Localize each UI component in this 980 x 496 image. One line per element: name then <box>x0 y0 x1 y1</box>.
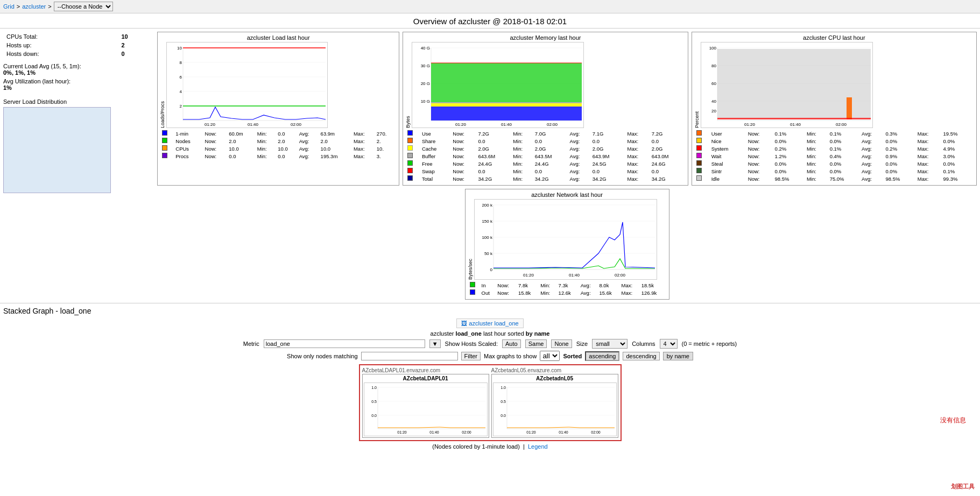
svg-text:10: 10 <box>177 46 182 51</box>
node-graphs-wrapper: AZcbetaLDAPL01.envazure.com AZcbetaLDAPL… <box>3 364 977 441</box>
node-2-host-label: AZcbetadnL05.envazure.com <box>491 367 618 373</box>
svg-text:01:40: 01:40 <box>559 430 568 434</box>
network-chart-svg: 200 k 150 k 100 k 50 k 0 01:20 01:40 02:… <box>474 199 657 280</box>
charts-area: azcluster Load last hour Loads/Procs <box>157 32 977 300</box>
load-avg-label: Current Load Avg (15, 5, 1m): <box>3 63 154 69</box>
svg-rect-30 <box>431 107 582 121</box>
node-2-graph-box: AZcbetadnL05 1.0 0.5 0.0 01:20 01:40 <box>491 374 618 438</box>
max-graphs-label: Max graphs to show <box>484 353 537 359</box>
hosts-down-value: 0 <box>119 50 153 58</box>
svg-text:0.0: 0.0 <box>371 414 377 417</box>
svg-text:0.0: 0.0 <box>500 414 506 417</box>
stacked-img-row: 🖼 azcluster load_one <box>3 318 977 328</box>
filter-label: Show only nodes matching <box>287 353 357 359</box>
svg-rect-51 <box>717 118 871 119</box>
scale-none-btn[interactable]: None <box>551 339 572 348</box>
load-chart-content: Loads/Procs 10 8 6 <box>160 42 397 128</box>
nav-cluster-link[interactable]: azcluster <box>22 3 46 10</box>
charts-row-top: azcluster Load last hour Loads/Procs <box>157 32 977 186</box>
svg-text:10 G: 10 G <box>421 99 430 104</box>
subtitle-metric: load_one <box>456 330 482 337</box>
svg-text:20 G: 20 G <box>421 81 430 86</box>
svg-text:01:20: 01:20 <box>455 122 467 127</box>
server-load-map <box>3 107 111 193</box>
cluster-info-table: CPUs Total: 10 Hosts up: 2 Hosts down: 0 <box>3 32 154 59</box>
avg-util-value: 1% <box>3 84 154 91</box>
columns-note: (0 = metric + reports) <box>682 341 737 347</box>
stacked-img-link[interactable]: 🖼 azcluster load_one <box>456 318 523 328</box>
metric-row: Metric ▼ Show Hosts Scaled: Auto Same No… <box>3 339 977 349</box>
cpu-chart-svg: 100 80 60 40 20 01:20 01:40 02:00 <box>701 42 873 128</box>
svg-text:01:40: 01:40 <box>429 430 439 434</box>
node-graphs-border: AZcbetaLDAPL01.envazure.com AZcbetaLDAPL… <box>359 364 622 441</box>
legend-link[interactable]: Legend <box>528 443 548 450</box>
network-chart-title: azcluster Network last hour <box>468 192 667 198</box>
svg-text:0.5: 0.5 <box>371 400 377 403</box>
page-title: Overview of azcluster @ 2018-01-18 02:01 <box>0 13 980 29</box>
footer-row: (Nodes colored by 1-minute load) | Legen… <box>3 443 977 450</box>
svg-text:100 k: 100 k <box>482 235 493 240</box>
max-graphs-select[interactable]: all102050 <box>540 351 560 361</box>
network-chart-box: azcluster Network last hour Bytes/sec 20… <box>465 189 669 300</box>
bottom-section: Stacked Graph - load_one 🖼 azcluster loa… <box>0 303 980 453</box>
footer-text: (Nodes colored by 1-minute load) <box>432 443 520 450</box>
node-2-title: AZcbetadnL05 <box>493 375 617 381</box>
filter-button[interactable]: Filter <box>461 352 481 360</box>
by-name-btn[interactable]: by name <box>663 352 693 360</box>
node-select[interactable]: --Choose a Node <box>54 2 113 11</box>
network-chart-content: Bytes/sec 200 k 150 k 100 k 50 k 0 <box>468 199 667 280</box>
svg-text:8: 8 <box>180 60 182 65</box>
svg-text:1.0: 1.0 <box>371 386 377 389</box>
load-chart-svg: 10 8 6 4 2 01:20 01:40 02:00 <box>166 42 328 128</box>
scale-same-btn[interactable]: Same <box>525 339 547 348</box>
size-select[interactable]: smallmediumlarge <box>592 339 628 349</box>
svg-text:50 k: 50 k <box>484 251 492 256</box>
stacked-subtitle: azcluster load_one last hour sorted by n… <box>3 330 977 337</box>
metric-label: Metric <box>243 341 259 347</box>
load-chart-box: azcluster Load last hour Loads/Procs <box>157 32 399 186</box>
load-y-label: Loads/Procs <box>160 42 165 128</box>
metric-dropdown-icon[interactable]: ▼ <box>429 339 441 348</box>
svg-text:02:00: 02:00 <box>591 430 601 434</box>
nav-grid-link[interactable]: Grid <box>3 3 15 10</box>
size-label: Size <box>576 341 588 347</box>
nav-separator: > <box>17 3 20 10</box>
svg-text:01:20: 01:20 <box>523 273 534 278</box>
filter-input[interactable] <box>361 352 458 360</box>
hosts-up-value: 2 <box>119 41 153 49</box>
svg-rect-31 <box>431 103 582 107</box>
descending-btn[interactable]: descending <box>623 352 659 360</box>
svg-text:150 k: 150 k <box>482 219 493 224</box>
show-hosts-label: Show Hosts Scaled: <box>445 341 498 347</box>
svg-rect-33 <box>431 63 582 102</box>
scale-auto-btn[interactable]: Auto <box>502 339 521 348</box>
avg-util-label: Avg Utilization (last hour): <box>3 78 154 84</box>
svg-text:02:00: 02:00 <box>614 273 625 278</box>
svg-text:01:40: 01:40 <box>248 122 259 127</box>
columns-label: Columns <box>632 341 655 347</box>
svg-text:40: 40 <box>711 99 716 104</box>
cpus-total-label: CPUs Total: <box>4 33 118 40</box>
svg-text:02:00: 02:00 <box>836 122 847 127</box>
cpus-row: CPUs Total: 10 <box>4 33 153 40</box>
cpu-y-label: Percent <box>694 42 700 128</box>
memory-y-label: Bytes <box>405 42 411 128</box>
svg-text:1.0: 1.0 <box>500 386 506 389</box>
columns-select[interactable]: 43210 <box>660 339 678 349</box>
svg-text:40 G: 40 G <box>421 46 430 51</box>
network-row: azcluster Network last hour Bytes/sec 20… <box>157 189 977 300</box>
load-section: Current Load Avg (15, 5, 1m): 0%, 1%, 1%… <box>3 63 154 91</box>
cpu-legend: UserNow:0.1%Min:0.1%Avg:0.3%Max:19.5% Ni… <box>694 129 974 183</box>
svg-text:80: 80 <box>711 63 716 68</box>
hosts-up-row: Hosts up: 2 <box>4 41 153 49</box>
ascending-btn[interactable]: ascending <box>585 351 619 361</box>
load-legend: 1-minNow:60.0mMin:0.0Avg:63.9mMax:270. N… <box>160 129 397 160</box>
hosts-up-label: Hosts up: <box>4 41 118 49</box>
svg-text:60: 60 <box>711 81 716 86</box>
svg-text:30 G: 30 G <box>421 63 430 68</box>
metric-input[interactable] <box>264 339 425 348</box>
memory-chart-box: azcluster Memory last hour Bytes 40 G 30… <box>403 32 688 186</box>
cpu-chart-content: Percent 100 80 60 40 20 <box>694 42 974 128</box>
svg-text:0.5: 0.5 <box>500 400 506 403</box>
svg-text:20: 20 <box>711 109 716 114</box>
